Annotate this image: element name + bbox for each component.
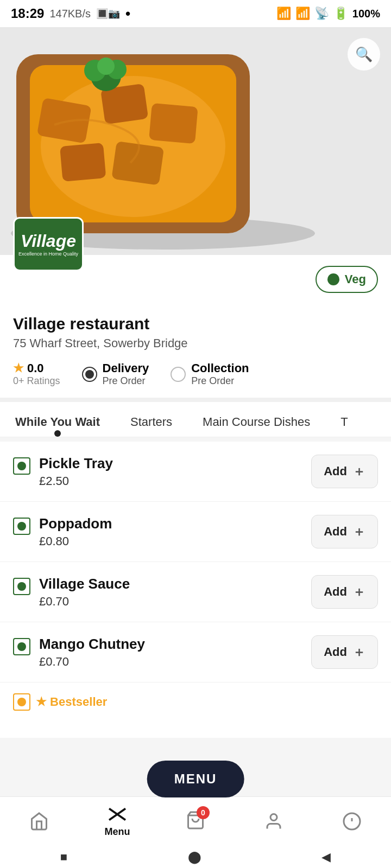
nav-profile[interactable]: [247, 812, 301, 831]
nav-home[interactable]: [12, 812, 66, 831]
battery-icon: 🔋: [333, 7, 348, 21]
svg-rect-7: [149, 103, 198, 144]
bestseller-dot: [17, 698, 26, 706]
add-label-1: Add: [324, 525, 347, 539]
menu-item-left-3: Mango Chutney £0.70: [13, 636, 145, 669]
rating-section: ★ 0.0 0+ Ratings: [13, 361, 60, 387]
delivery-label: Delivery: [103, 361, 149, 375]
menu-item-price-2: £0.70: [39, 595, 130, 609]
menu-list: Pickle Tray £2.50 Add ＋ Poppadom £0.80 A…: [0, 442, 391, 738]
veg-indicator-1: [13, 518, 30, 535]
battery-percent: 100%: [352, 8, 380, 20]
delivery-radio-inner: [85, 370, 94, 379]
menu-item-pickle-tray: Pickle Tray £2.50 Add ＋: [0, 442, 391, 502]
nav-menu-label: Menu: [105, 826, 130, 838]
delivery-sub: Pre Order: [103, 375, 149, 387]
tab-label-2: Main Course Dishes: [203, 415, 310, 429]
collection-option[interactable]: Collection Pre Order: [171, 361, 249, 387]
cart-badge-count: 0: [197, 806, 210, 819]
signal-icon: 📶: [276, 7, 291, 21]
menu-item-name-0: Pickle Tray: [39, 455, 113, 472]
restaurant-logo: Village Excellence in Home Quality: [13, 217, 84, 271]
restaurant-name: Village restaurant: [13, 315, 378, 333]
collection-sub: Pre Order: [191, 375, 249, 387]
bestseller-badge: ★ Bestseller: [36, 695, 107, 709]
delivery-option[interactable]: Delivery Pre Order: [82, 361, 149, 387]
category-tabs: While You Wait Starters Main Course Dish…: [0, 402, 391, 437]
veg-toggle-button[interactable]: Veg: [316, 266, 378, 293]
add-label-3: Add: [324, 645, 347, 659]
divider: [0, 398, 391, 402]
menu-float-label: MENU: [174, 771, 217, 786]
collection-label: Collection: [191, 361, 249, 375]
menu-item-mango-chutney: Mango Chutney £0.70 Add ＋: [0, 622, 391, 682]
delivery-radio: [82, 367, 97, 382]
menu-item-left-2: Village Sauce £0.70: [13, 576, 130, 609]
menu-item-price-0: £2.50: [39, 474, 113, 488]
info-icon: [342, 812, 362, 831]
menu-item-left-0: Pickle Tray £2.50: [13, 455, 113, 488]
menu-float-button[interactable]: MENU: [147, 761, 244, 797]
tab-active-indicator: [54, 430, 61, 437]
status-icons: 🔳📷: [96, 8, 120, 20]
tab-starters[interactable]: Starters: [115, 407, 187, 437]
android-square-btn[interactable]: ■: [60, 850, 67, 864]
menu-item-info-0: Pickle Tray £2.50: [39, 455, 113, 488]
order-options: Delivery Pre Order Collection Pre Order: [82, 361, 249, 387]
menu-item-price-1: £0.80: [39, 534, 112, 548]
menu-item-info-3: Mango Chutney £0.70: [39, 636, 145, 669]
bottom-nav: Menu 0: [0, 796, 391, 846]
status-right: 📶 📶 📡 🔋 100%: [276, 7, 380, 21]
nav-menu[interactable]: Menu: [90, 805, 144, 838]
wifi-icon: 📶: [295, 7, 310, 21]
tab-main-course[interactable]: Main Course Dishes: [187, 407, 325, 437]
search-button[interactable]: 🔍: [348, 38, 380, 71]
menu-item-info-2: Village Sauce £0.70: [39, 576, 130, 609]
restaurant-address: 75 Wharf Street, Sowerby Bridge: [13, 336, 378, 350]
add-label-0: Add: [324, 464, 347, 478]
menu-item-name-1: Poppadom: [39, 515, 112, 532]
menu-item-info-1: Poppadom £0.80: [39, 515, 112, 548]
tab-t[interactable]: T: [325, 407, 363, 437]
status-bar: 18:29 147KB/s 🔳📷 • 📶 📶 📡 🔋 100%: [0, 0, 391, 27]
status-time: 18:29: [11, 6, 44, 21]
tab-while-you-wait[interactable]: While You Wait: [0, 407, 115, 437]
status-speed: 147KB/s: [49, 8, 91, 20]
veg-indicator-0: [13, 457, 30, 475]
tab-label-0: While You Wait: [15, 415, 100, 429]
svg-point-13: [97, 58, 115, 75]
add-button-0[interactable]: Add ＋: [311, 455, 378, 488]
veg-indicator-2: [13, 578, 30, 595]
bestseller-row: ★ Bestseller: [0, 682, 391, 711]
plus-icon-3: ＋: [352, 643, 365, 661]
veg-indicator-3: [13, 638, 30, 655]
android-nav-bar: ■ ⬤ ◀: [0, 846, 391, 868]
star-icon: ★: [13, 361, 24, 375]
add-button-2[interactable]: Add ＋: [311, 575, 378, 609]
menu-item-price-3: £0.70: [39, 655, 145, 669]
svg-rect-8: [60, 143, 106, 182]
home-icon: [29, 812, 49, 831]
rating-count: 0+ Ratings: [13, 375, 60, 387]
add-button-3[interactable]: Add ＋: [311, 635, 378, 669]
menu-item-poppadom: Poppadom £0.80 Add ＋: [0, 502, 391, 562]
plus-icon-2: ＋: [352, 583, 365, 601]
android-circle-btn[interactable]: ⬤: [188, 850, 201, 864]
status-dot: •: [125, 5, 130, 22]
bestseller-content-partial: [0, 711, 391, 738]
search-icon: 🔍: [355, 46, 373, 63]
profile-icon: [264, 812, 283, 831]
menu-item-name-3: Mango Chutney: [39, 636, 145, 653]
add-button-1[interactable]: Add ＋: [311, 515, 378, 548]
nav-cart[interactable]: 0: [168, 810, 223, 832]
veg-dot-1: [17, 522, 26, 531]
android-back-btn[interactable]: ◀: [321, 850, 331, 864]
logo-subtitle: Excellence in Home Quality: [16, 251, 80, 257]
tab-label-1: Starters: [130, 415, 172, 429]
menu-item-name-2: Village Sauce: [39, 576, 130, 592]
restaurant-card: Village Excellence in Home Quality Veg V…: [0, 255, 391, 398]
menu-item-village-sauce: Village Sauce £0.70 Add ＋: [0, 562, 391, 622]
rating-value: 0.0: [27, 361, 44, 375]
menu-item-left-1: Poppadom £0.80: [13, 515, 112, 548]
nav-info[interactable]: [325, 812, 379, 831]
